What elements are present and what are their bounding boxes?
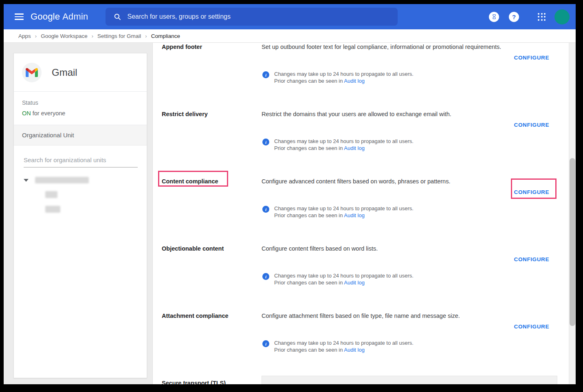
- search-placeholder: Search for users, groups or settings: [128, 13, 231, 20]
- setting-body: Restrict the domains that your users are…: [262, 110, 549, 177]
- breadcrumb-current: Compliance: [151, 33, 180, 39]
- info-icon: i: [262, 273, 269, 280]
- setting-row: Content complianceConfigure advanced con…: [162, 177, 549, 244]
- redacted-org-name: [45, 206, 60, 213]
- org-unit-tree-item[interactable]: [24, 177, 147, 183]
- gmail-service-card: Gmail Status ON for everyone Organizatio…: [13, 53, 147, 378]
- compliance-settings-list: Append footerSet up outbound footer text…: [153, 43, 569, 384]
- admin-console-window: GoogleAdmin Search for users, groups or …: [4, 4, 576, 384]
- redacted-org-name: [45, 191, 57, 198]
- gmail-logo-icon: [22, 63, 42, 82]
- setting-expanded-panel: [262, 376, 557, 384]
- help-icon: ?: [512, 13, 516, 20]
- breadcrumb-separator-icon: ›: [35, 33, 37, 39]
- setting-row: Append footerSet up outbound footer text…: [162, 43, 549, 110]
- info-icon: i: [262, 340, 269, 347]
- main-menu-icon[interactable]: [15, 13, 24, 20]
- info-icon: i: [262, 206, 269, 213]
- propagation-note: iChanges may take up to 24 hours to prop…: [262, 138, 549, 152]
- breadcrumb: Apps›Google Workspace›Settings for Gmail…: [4, 29, 576, 43]
- audit-log-link[interactable]: Audit log: [344, 212, 365, 218]
- account-avatar[interactable]: [554, 9, 570, 24]
- propagation-note: iChanges may take up to 24 hours to prop…: [262, 340, 549, 353]
- note-text: Changes may take up to 24 hours to propa…: [274, 205, 414, 219]
- setting-body: [262, 379, 549, 384]
- note-text: Changes may take up to 24 hours to propa…: [274, 273, 414, 286]
- setting-description: Configure attachment filters based on fi…: [262, 312, 549, 320]
- configure-button[interactable]: CONFIGURE: [514, 189, 549, 195]
- status-section: Status ON for everyone: [14, 92, 147, 125]
- setting-name: Append footer: [162, 43, 262, 110]
- logo-google-text: Google: [31, 11, 60, 22]
- org-unit-header: Organizational Unit: [14, 125, 147, 145]
- status-on-badge: ON: [22, 110, 31, 117]
- status-label: Status: [22, 99, 139, 106]
- service-title: Gmail: [52, 67, 77, 78]
- audit-log-link[interactable]: Audit log: [344, 145, 365, 151]
- setting-description: Restrict the domains that your users are…: [262, 110, 549, 118]
- vertical-scrollbar[interactable]: [569, 43, 576, 384]
- audit-log-link[interactable]: Audit log: [344, 280, 365, 286]
- breadcrumb-separator-icon: ›: [145, 33, 147, 39]
- propagation-note: iChanges may take up to 24 hours to prop…: [262, 71, 549, 84]
- note-text: Changes may take up to 24 hours to propa…: [274, 71, 414, 84]
- search-icon: [114, 13, 121, 21]
- note-text: Changes may take up to 24 hours to propa…: [274, 340, 414, 353]
- breadcrumb-item[interactable]: Apps: [18, 33, 31, 39]
- configure-button[interactable]: CONFIGURE: [514, 122, 549, 128]
- status-value: ON for everyone: [22, 110, 139, 117]
- org-unit-tree-item[interactable]: [24, 206, 147, 213]
- top-app-bar: GoogleAdmin Search for users, groups or …: [4, 4, 576, 29]
- configure-button[interactable]: CONFIGURE: [514, 256, 549, 262]
- setting-name: Restrict delivery: [162, 110, 262, 177]
- setting-name: Attachment compliance: [162, 312, 262, 379]
- setting-row: Restrict deliveryRestrict the domains th…: [162, 110, 549, 177]
- audit-log-link[interactable]: Audit log: [344, 347, 365, 353]
- google-admin-logo[interactable]: GoogleAdmin: [31, 11, 88, 22]
- setting-description: Set up outbound footer text for legal co…: [262, 43, 549, 51]
- setting-body: Configure attachment filters based on fi…: [262, 312, 549, 379]
- setting-row: Attachment complianceConfigure attachmen…: [162, 312, 549, 379]
- help-button[interactable]: ?: [509, 12, 519, 22]
- global-search-input[interactable]: Search for users, groups or settings: [106, 8, 398, 26]
- setting-name: Content compliance: [162, 177, 262, 244]
- setting-row: Secure transport (TLS) compliance: [162, 379, 549, 384]
- sidebar: Gmail Status ON for everyone Organizatio…: [4, 43, 153, 384]
- note-text: Changes may take up to 24 hours to propa…: [274, 138, 414, 152]
- setting-row: Objectionable contentConfigure content f…: [162, 244, 549, 312]
- setting-body: Configure advanced content filters based…: [262, 177, 549, 244]
- configure-button[interactable]: CONFIGURE: [514, 324, 549, 330]
- info-icon: i: [262, 139, 269, 145]
- card-header: Gmail: [14, 53, 147, 92]
- setting-name: Secure transport (TLS) compliance: [162, 379, 262, 384]
- redacted-org-name: [35, 177, 89, 183]
- hourglass-icon: [491, 14, 497, 20]
- breadcrumb-item[interactable]: Settings for Gmail: [97, 33, 141, 39]
- audit-log-link[interactable]: Audit log: [344, 78, 365, 84]
- tree-expand-arrow-icon[interactable]: [24, 179, 29, 182]
- appbar-actions: ?: [489, 9, 576, 24]
- propagation-note: iChanges may take up to 24 hours to prop…: [262, 205, 549, 219]
- setting-description: Configure advanced content filters based…: [262, 177, 549, 185]
- breadcrumb-item[interactable]: Google Workspace: [41, 33, 88, 39]
- breadcrumb-separator-icon: ›: [92, 33, 93, 39]
- configure-button[interactable]: CONFIGURE: [514, 55, 549, 61]
- org-unit-tree-item[interactable]: [24, 191, 147, 198]
- propagation-note: iChanges may take up to 24 hours to prop…: [262, 273, 549, 286]
- org-unit-tree: [14, 177, 147, 213]
- info-icon: i: [262, 71, 269, 78]
- setting-body: Configure content filters based on word …: [262, 244, 549, 312]
- pending-tasks-button[interactable]: [489, 12, 499, 22]
- setting-description: Configure content filters based on word …: [262, 244, 549, 253]
- org-unit-search-input[interactable]: Search for organizational units: [24, 156, 138, 167]
- logo-admin-text: Admin: [62, 11, 88, 22]
- scrollbar-thumb[interactable]: [570, 158, 575, 326]
- google-apps-grid-icon[interactable]: [538, 13, 546, 21]
- setting-name: Objectionable content: [162, 244, 262, 312]
- setting-body: Set up outbound footer text for legal co…: [262, 43, 549, 110]
- org-unit-search-placeholder: Search for organizational units: [24, 156, 106, 163]
